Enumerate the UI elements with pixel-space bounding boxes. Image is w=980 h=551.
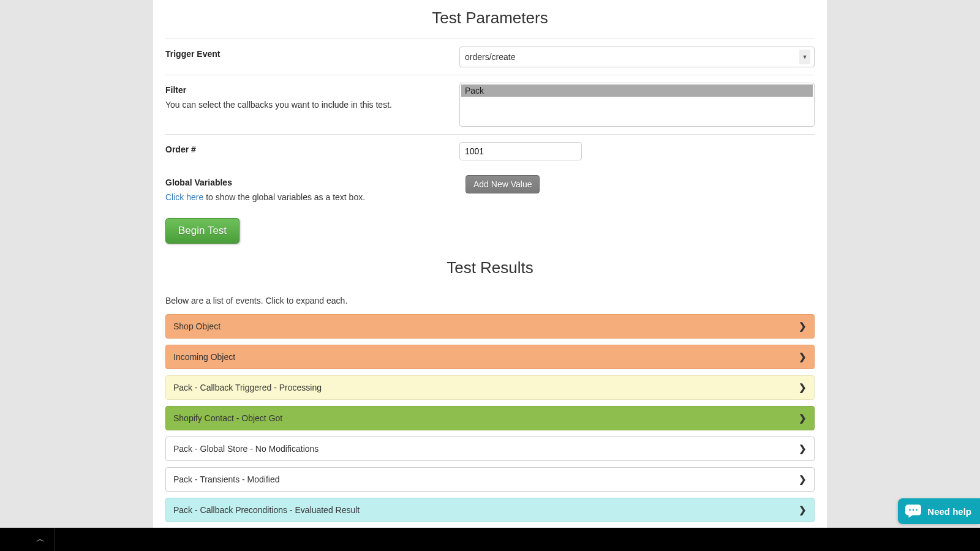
test-parameters-title: Test Parameters — [165, 0, 815, 39]
svg-point-2 — [916, 509, 918, 511]
globals-help-rest: to show the global variables as a text b… — [203, 192, 365, 202]
results-list: Shop Object❯Incoming Object❯Pack - Callb… — [165, 314, 815, 522]
globals-click-here-link[interactable]: Click here — [165, 192, 203, 202]
globals-label: Global Variables — [165, 178, 447, 187]
result-panel-label: Incoming Object — [173, 352, 235, 362]
chevron-right-icon: ❯ — [799, 443, 807, 454]
trigger-event-input-col: orders/create ▼ — [459, 47, 815, 67]
help-widget[interactable]: Need help — [898, 498, 980, 524]
trigger-event-row: Trigger Event orders/create ▼ — [165, 39, 815, 75]
globals-row: Global Variables Click here to show the … — [165, 168, 815, 209]
chat-icon — [905, 504, 921, 518]
begin-test-button[interactable]: Begin Test — [165, 218, 239, 244]
result-panel[interactable]: Pack - Global Store - No Modifications❯ — [165, 437, 815, 461]
result-panel-label: Shop Object — [173, 321, 221, 331]
order-input-col — [459, 142, 815, 160]
chevron-right-icon: ❯ — [799, 413, 807, 424]
order-number-input[interactable] — [459, 142, 582, 160]
trigger-event-label-col: Trigger Event — [165, 47, 459, 67]
filter-label: Filter — [165, 85, 447, 95]
begin-test-row: Begin Test — [165, 209, 815, 250]
svg-point-0 — [909, 509, 911, 511]
result-panel-label: Pack - Callback Preconditions - Evaluate… — [173, 505, 360, 515]
svg-point-1 — [913, 509, 914, 511]
filter-listbox-item[interactable]: Pack — [461, 84, 813, 97]
result-panel[interactable]: Pack - Callback Preconditions - Evaluate… — [165, 498, 815, 522]
result-panel[interactable]: Incoming Object❯ — [165, 345, 815, 369]
trigger-event-select[interactable]: orders/create ▼ — [459, 47, 815, 67]
test-results-title: Test Results — [165, 250, 815, 288]
order-label-col: Order # — [165, 142, 459, 160]
chevron-up-icon: ︿ — [36, 534, 45, 545]
bottom-bar: ︿ — [0, 528, 980, 551]
add-new-value-button[interactable]: Add New Value — [466, 175, 540, 193]
result-panel-label: Pack - Callback Triggered - Processing — [173, 383, 322, 392]
globals-label-col: Global Variables Click here to show the … — [165, 175, 459, 202]
result-panel-label: Pack - Global Store - No Modifications — [173, 444, 318, 454]
result-panel[interactable]: Pack - Callback Triggered - Processing❯ — [165, 375, 815, 400]
filter-listbox[interactable]: Pack — [459, 83, 815, 127]
chevron-down-icon: ▼ — [799, 50, 810, 64]
globals-help: Click here to show the global variables … — [165, 192, 447, 202]
result-panel-label: Shopify Contact - Object Got — [173, 413, 282, 423]
chevron-right-icon: ❯ — [799, 321, 807, 332]
main-container: Test Parameters Trigger Event orders/cre… — [153, 0, 827, 551]
result-panel[interactable]: Pack - Transients - Modified❯ — [165, 467, 815, 492]
results-intro-text: Below are a list of events. Click to exp… — [165, 296, 815, 305]
filter-label-col: Filter You can select the callbacks you … — [165, 83, 459, 127]
chevron-right-icon: ❯ — [799, 351, 807, 362]
result-panel[interactable]: Shopify Contact - Object Got❯ — [165, 406, 815, 430]
chevron-right-icon: ❯ — [799, 474, 807, 485]
filter-help-text: You can select the callbacks you want to… — [165, 100, 447, 110]
result-panel[interactable]: Shop Object❯ — [165, 314, 815, 339]
filter-row: Filter You can select the callbacks you … — [165, 75, 815, 134]
result-panel-label: Pack - Transients - Modified — [173, 474, 280, 484]
order-label: Order # — [165, 144, 447, 154]
order-row: Order # — [165, 134, 815, 168]
scroll-top-button[interactable]: ︿ — [26, 528, 55, 551]
chevron-right-icon: ❯ — [799, 382, 807, 393]
trigger-event-label: Trigger Event — [165, 49, 447, 59]
filter-input-col: Pack — [459, 83, 815, 127]
globals-input-col: Add New Value — [459, 175, 815, 202]
chevron-right-icon: ❯ — [799, 504, 807, 515]
trigger-event-value: orders/create — [465, 52, 515, 62]
help-widget-label: Need help — [927, 506, 971, 517]
